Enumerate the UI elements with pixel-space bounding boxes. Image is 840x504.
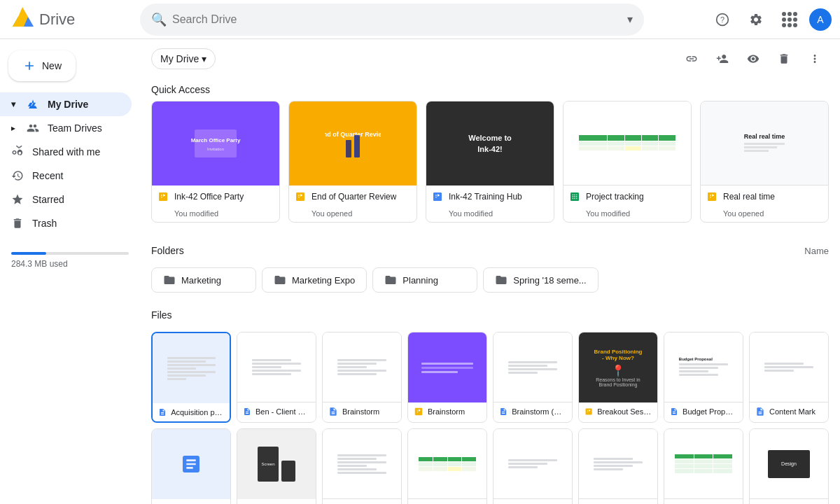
logo-text: Drive	[39, 10, 75, 29]
sidebar-item-team-drives[interactable]: ▸ Team Drives	[0, 116, 132, 140]
files-title: Files	[151, 304, 172, 326]
qa-meta: You modified	[426, 208, 554, 222]
qa-thumbnail-quarter-review: End of Quarter Review	[289, 102, 416, 186]
file-item-budget[interactable]: Budget Proposal Budget Proposal...	[664, 332, 743, 423]
qa-item-real-time[interactable]: Real real time Real real time You opened	[700, 101, 829, 223]
file-thumbnail: Budget Proposal	[664, 332, 743, 402]
folder-item-marketing-expo[interactable]: Marketing Expo	[262, 267, 367, 293]
files-section: Files	[151, 298, 829, 504]
file-thumbnail	[408, 429, 486, 499]
qa-name: Ink-42 Office Party	[174, 192, 244, 202]
qa-item-quarter-review[interactable]: End of Quarter Review End of Quarter Rev…	[288, 101, 417, 223]
qa-name: Ink-42 Training Hub	[449, 192, 522, 202]
file-info: Copy of Explore ...	[408, 499, 486, 504]
qa-item-project-tracking[interactable]: Project tracking You modified	[563, 101, 692, 223]
files-grid: Acquisition prop...	[151, 332, 829, 423]
sidebar-item-recent[interactable]: Recent	[0, 164, 132, 188]
folder-name: Marketing	[181, 275, 221, 286]
file-item-copy-sample[interactable]: Copy of [Sample...	[151, 428, 231, 504]
action-icons	[678, 45, 829, 73]
breadcrumb-button[interactable]: My Drive ▾	[151, 48, 216, 69]
slides-icon	[158, 191, 169, 202]
breadcrumb-label: My Drive	[160, 53, 199, 64]
doc-icon	[158, 407, 167, 417]
file-info: Copy of Design ...	[237, 499, 316, 504]
file-thumbnail	[323, 332, 401, 402]
header-right: ? A	[708, 6, 832, 34]
file-info: Budget Proposal...	[664, 402, 743, 421]
avatar[interactable]: A	[809, 8, 832, 31]
breadcrumb-chevron: ▾	[202, 53, 206, 64]
file-item-brainstorm-slides[interactable]: Brainstorm	[407, 332, 487, 423]
sort-label[interactable]: Name	[804, 246, 829, 256]
folder-name: Spring '18 seme...	[513, 275, 586, 286]
sidebar-item-shared[interactable]: Shared with me	[0, 140, 132, 164]
chevron-icon: ▸	[11, 123, 15, 133]
search-bar[interactable]: 🔍 ▾	[140, 4, 644, 36]
search-input[interactable]	[172, 13, 622, 26]
settings-button[interactable]	[742, 6, 770, 34]
file-item-creative[interactable]: Creative insight...	[578, 428, 658, 504]
apps-grid-icon	[782, 12, 797, 27]
folders-grid: Marketing Marketing Expo Planning Spring…	[151, 267, 829, 293]
qa-thumbnail-project	[564, 102, 691, 186]
preview-button[interactable]	[739, 45, 767, 73]
svg-rect-9	[354, 135, 360, 158]
folder-item-planning[interactable]: Planning	[372, 267, 477, 293]
file-item-brainstorm-res[interactable]: Brainstorm (Res...	[493, 332, 573, 423]
recent-icon	[11, 169, 24, 182]
svg-rect-6	[325, 115, 381, 172]
file-thumbnail: Design	[750, 429, 828, 499]
file-thumbnail	[323, 429, 401, 499]
file-info: Brainstorm	[323, 402, 401, 421]
file-item-design-doc[interactable]: Design Design Doc	[749, 428, 829, 504]
slides-icon	[584, 407, 593, 416]
qa-item-office-party[interactable]: March Office Party Invitation Ink-42 Off…	[151, 101, 280, 223]
qa-item-training[interactable]: Welcome to Ink-42! Ink-42 Training Hub Y…	[426, 101, 554, 223]
sidebar-item-my-drive[interactable]: ▾ My Drive	[0, 92, 132, 116]
more-options-button[interactable]	[801, 45, 829, 73]
file-thumbnail	[408, 332, 486, 402]
sidebar-item-recent-label: Recent	[32, 170, 63, 181]
file-item-copy-design[interactable]: Screen Copy of Design ...	[237, 428, 316, 504]
trash-icon	[11, 217, 24, 230]
file-item-content-mark[interactable]: Content Mark	[749, 332, 829, 423]
star-icon	[11, 193, 24, 206]
folder-icon	[384, 274, 397, 286]
folder-item-marketing[interactable]: Marketing	[151, 267, 256, 293]
apps-button[interactable]	[776, 6, 804, 34]
link-button[interactable]	[678, 45, 706, 73]
delete-button[interactable]	[770, 45, 798, 73]
file-info: Deliverables Q3	[664, 499, 743, 504]
folder-item-spring[interactable]: Spring '18 seme...	[483, 267, 598, 293]
file-thumbnail	[153, 333, 230, 403]
file-item-acquisition[interactable]: Acquisition prop...	[151, 332, 231, 423]
main-content: My Drive ▾	[140, 39, 840, 504]
svg-rect-8	[346, 140, 351, 158]
file-info: Acquisition prop...	[153, 403, 230, 421]
file-item-ben[interactable]: Ben - Client mee...	[237, 332, 316, 423]
file-item-copy-outstan[interactable]: Copy of Outstan...	[493, 428, 573, 504]
new-button[interactable]: New	[8, 50, 76, 81]
share-button[interactable]	[708, 45, 736, 73]
folder-icon	[274, 274, 286, 286]
help-button[interactable]: ?	[708, 6, 736, 34]
search-dropdown-icon[interactable]: ▾	[627, 13, 633, 26]
link-icon	[685, 52, 698, 65]
doc-icon	[243, 407, 251, 416]
sidebar-item-starred[interactable]: Starred	[0, 188, 132, 211]
chevron-icon: ▾	[11, 99, 15, 109]
folders-header: Folders Name	[151, 234, 829, 267]
qa-info: End of Quarter Review	[289, 186, 416, 208]
quick-access-grid: March Office Party Invitation Ink-42 Off…	[151, 101, 829, 223]
sidebar-item-trash[interactable]: Trash	[0, 211, 132, 235]
file-item-breakout[interactable]: Brand Positioning - Why Now? 📍 Reasons t…	[578, 332, 658, 423]
file-item-copy-explore-sheets[interactable]: Copy of Explore ...	[407, 428, 487, 504]
file-item-brainstorm-doc[interactable]: Brainstorm	[322, 332, 402, 423]
file-name: Budget Proposal...	[682, 407, 737, 416]
files-grid-row2: Copy of [Sample... Screen	[151, 428, 829, 504]
new-button-label: New	[42, 60, 62, 71]
file-item-deliverables[interactable]: Deliverables Q3	[664, 428, 743, 504]
file-thumbnail: Brand Positioning - Why Now? 📍 Reasons t…	[579, 332, 657, 402]
file-item-copy-explore-doc[interactable]: Copy of Explore ...	[322, 428, 402, 504]
